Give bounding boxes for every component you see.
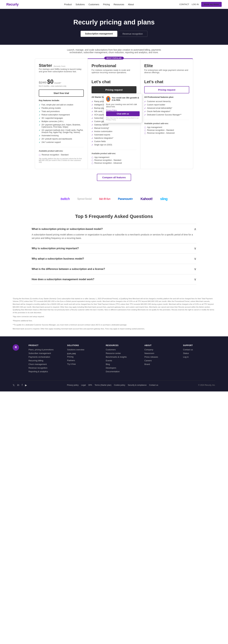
nav-customers[interactable]: Customers [89,3,99,6]
starter-feature-7: 10+ payment methods (incl. Credit cards,… [39,128,84,134]
nav-solutions[interactable]: Solutions [76,3,85,6]
nav-about[interactable]: About [128,3,134,6]
social-linkedin[interactable]: in [17,384,19,387]
footer-events-link[interactable]: Events [106,360,138,362]
footer-status-link[interactable]: Status [183,352,215,354]
navbar: Recurly Product Solutions Customers Pric… [0,0,228,9]
footer-plans-link[interactable]: Plans, pricing & promotions [28,348,61,351]
faq-section: Top 5 Frequently Asked Questions What is… [0,206,228,292]
disclaimer-section: *During the first three (3) months of an… [0,292,228,336]
login-link[interactable]: LOG IN [192,3,199,6]
pricing-cards: Starter (formerly Core) For startups and… [35,58,193,169]
faq-icon-1: ∨ [194,246,196,250]
faq-item-2: Why adopt a subscription business model?… [32,254,196,264]
nav-pricing[interactable]: Pricing [103,3,110,6]
footer-contact-link[interactable]: Contact us [183,348,215,351]
tab-subscription[interactable]: Subscription management [81,31,117,37]
social-facebook[interactable]: f [22,384,22,387]
starter-feature-5: Multiple currencies (140+) [39,120,84,123]
footer-payments-link[interactable]: Payments orchestration [28,356,61,358]
subtitle-bar: Launch, manage, and scale subscriptions … [59,45,169,55]
chat-cta-button[interactable]: Chat with us [106,111,140,116]
faq-question-4[interactable]: How does a subscription management model… [32,278,196,281]
footer-copyright: © 2024 Recurly, Inc. [198,384,215,386]
logo-kahoot: Kahoot! [140,197,152,201]
nav-product[interactable]: Product [64,3,72,6]
starter-feature-6: 20+ payment gateways (incl. Adyen, Brain… [39,123,84,128]
demo-button[interactable]: Book my demo [201,2,222,7]
starter-feature-8: Automated invoicing [39,134,84,137]
footer-contact-bottom-link[interactable]: Contact us [149,384,158,386]
footer-reporting-link[interactable]: Reporting & analytics [28,370,61,373]
disclaimer-2: *Requires additional fees. [13,320,215,322]
starter-feature-1: Flexible pricing models [39,106,84,110]
elite-features-title: All Professional features plus: [144,96,189,98]
footer-developers-link[interactable]: Developers [106,367,138,369]
subtitle-text: Launch, manage, and scale subscriptions … [62,48,166,54]
tab-revenue[interactable]: Revenue recognition [118,31,147,37]
nav-resources[interactable]: Resources [114,3,124,6]
faq-question-3[interactable]: What is the difference between a subscri… [32,267,196,271]
footer-customers-link[interactable]: Customers [106,348,138,351]
starter-addon-0: Revenue recognition - Standard [39,153,84,156]
elite-addons: Available product add-ons: App managemen… [144,120,189,134]
footer-recurring-link[interactable]: Recurring billing [28,360,61,362]
chat-privacy-link[interactable]: Privacy Policy [106,109,140,111]
footer-pricing-link[interactable]: Pricing [67,356,100,358]
starter-feature-3: Robust subscription management [39,113,84,116]
contact-link[interactable]: CONTACT [179,3,189,6]
faq-question-1[interactable]: Why is subscription pricing important? ∨ [32,246,196,250]
elite-feature-3: Oracle NetSuite integration* [144,110,189,113]
chat-avatar: 👤 [106,96,110,102]
elite-cta-button[interactable]: Pricing request [144,86,189,93]
footer-resource-center-link[interactable]: Resource center [106,352,138,354]
footer-security-link[interactable]: Security & compliance [128,384,147,386]
footer-terms-link[interactable]: Terms (Starter plan) [95,384,111,386]
compare-button[interactable]: Compare all features [97,174,131,181]
footer-careers-link[interactable]: Careers [144,360,177,362]
logo[interactable]: Recurly [6,2,18,6]
footer-top: R PRODUCT Plans, pricing & promotions Su… [13,344,215,374]
nav-links: Product Solutions Customers Pricing Reso… [64,3,134,6]
faq-question-2[interactable]: Why adopt a subscription business model?… [32,257,196,261]
starter-cta-button[interactable]: Start free trial [39,90,84,97]
footer-company-link[interactable]: Company [144,348,177,351]
elite-addon-1: Revenue recognition - Standard [144,129,189,132]
footer-documentation-link[interactable]: Documentation [106,370,138,373]
pricing-section: Starter (formerly Core) For startups and… [0,55,228,192]
chat-popup-header: 👤 You could see 30x growth & 2.3x ROI. [106,96,140,102]
social-youtube[interactable]: ▶ [25,384,27,387]
footer-legal-link[interactable]: Legal [81,384,86,386]
footer-login-link[interactable]: Log in [183,356,215,358]
faq-answer-0: A subscription-based pricing model allow… [32,233,196,240]
footer-subscriber-link[interactable]: Subscriber management [28,352,61,354]
faq-question-0[interactable]: What is subscription pricing or subscrip… [32,227,196,231]
footer-social: 𝕏 in f ▶ [13,384,27,387]
professional-chat-title: Let's chat [92,79,136,84]
footer-blog-link[interactable]: Blog [106,363,138,366]
footer-solutions-col: SOLUTIONS Solutions overview EXPLORE Pri… [67,344,100,374]
professional-cta-button[interactable]: Pricing request [92,86,136,93]
footer-try-free-link[interactable]: Try it free [67,363,100,365]
footer-privacy-link[interactable]: Privacy policy [67,384,79,386]
social-twitter[interactable]: 𝕏 [13,384,15,387]
logo-paramount: Paramount+ [118,197,133,201]
chat-note: This chat may be recorded as described i… [106,117,140,121]
footer-benchmarks-link[interactable]: Benchmarks & insights [106,356,138,358]
logo-sling: sling [160,197,167,201]
footer-churn-link[interactable]: Churn management [28,363,61,366]
footer-newsroom-link[interactable]: Newsroom [144,352,177,354]
footer-cookie-link[interactable]: Cookie policy [114,384,125,386]
footer-brand-link[interactable]: Brand [144,363,177,366]
footer-product-title: PRODUCT [28,344,61,346]
logo-sproutsocial: Sprout Social [77,198,92,200]
chat-popup-body: Book your meeting now and let's talk abo… [106,103,140,108]
footer-dpa-link[interactable]: DPA [88,384,92,386]
starter-footnote: *No monthly platform fee plus no payment… [39,158,84,163]
footer-partners-link[interactable]: Partners [67,359,100,362]
footer-press-link[interactable]: Press releases [144,356,177,358]
pro-feature-12: Custom fields [92,140,136,143]
footer-solutions-overview-link[interactable]: Solutions overview [67,348,100,351]
faq-item-3: What is the difference between a subscri… [32,264,196,274]
footer-revenue-link[interactable]: Revenue recognition [28,367,61,369]
